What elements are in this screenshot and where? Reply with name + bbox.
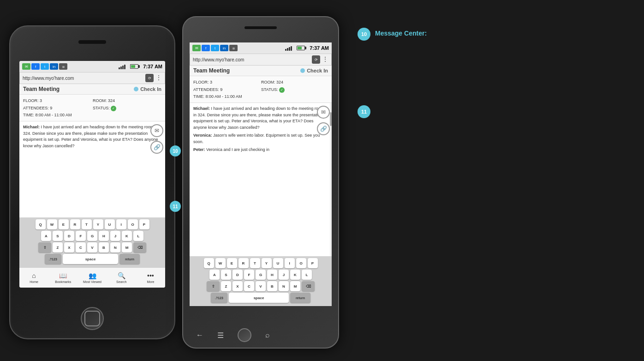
- android-scrollbar: [330, 103, 332, 256]
- key-w[interactable]: W: [47, 219, 57, 229]
- android-menu-btn[interactable]: ⋮: [322, 55, 328, 64]
- android-email-icon[interactable]: ✉: [317, 106, 330, 119]
- android-key-g[interactable]: G: [256, 270, 266, 280]
- android-key-w[interactable]: W: [215, 258, 226, 268]
- android-body: ✉ f t in ⊞: [182, 16, 339, 349]
- android-key-k[interactable]: K: [290, 270, 300, 280]
- key-y[interactable]: Y: [93, 219, 103, 229]
- key-u[interactable]: U: [105, 219, 115, 229]
- iphone-action-icons: ✉ 🔗: [150, 124, 163, 154]
- android-key-v[interactable]: V: [256, 281, 266, 291]
- key-r[interactable]: R: [70, 219, 80, 229]
- android-key-t[interactable]: T: [250, 258, 260, 268]
- android-scroll-thumb[interactable]: [330, 112, 332, 126]
- android-key-j[interactable]: J: [279, 270, 289, 280]
- key-j[interactable]: J: [110, 231, 120, 241]
- key-g[interactable]: G: [87, 231, 97, 241]
- key-delete[interactable]: ⌫: [133, 242, 146, 253]
- key-c[interactable]: C: [76, 242, 86, 253]
- android-key-l[interactable]: L: [302, 270, 312, 280]
- android-sender2: Veronica:: [193, 133, 212, 138]
- twitter-icon: t: [41, 63, 49, 70]
- label-spacer: [358, 50, 565, 105]
- android-key-q[interactable]: Q: [204, 258, 214, 268]
- key-e[interactable]: E: [59, 219, 69, 229]
- iphone-link-icon[interactable]: 🔗: [150, 141, 163, 154]
- android-link-icon[interactable]: 🔗: [317, 122, 330, 135]
- key-b[interactable]: B: [99, 242, 109, 253]
- android-key-x[interactable]: X: [233, 281, 243, 291]
- key-x[interactable]: X: [64, 242, 74, 253]
- android-search-nav-btn[interactable]: ⌕: [265, 331, 270, 339]
- key-f[interactable]: F: [76, 231, 86, 241]
- android-key-r[interactable]: R: [239, 258, 249, 268]
- android-back-btn[interactable]: ←: [196, 331, 203, 339]
- key-s[interactable]: S: [53, 231, 63, 241]
- android-menu-nav-btn[interactable]: ☰: [217, 331, 224, 340]
- key-k[interactable]: K: [122, 231, 132, 241]
- key-z[interactable]: Z: [53, 242, 63, 253]
- key-return[interactable]: return: [119, 254, 140, 264]
- key-a[interactable]: A: [41, 231, 51, 241]
- android-key-s[interactable]: S: [221, 270, 231, 280]
- key-v[interactable]: V: [87, 242, 97, 253]
- iphone-menu-btn[interactable]: ⋮: [155, 74, 162, 82]
- android-key-symbols[interactable]: .?123: [211, 293, 227, 303]
- key-i[interactable]: I: [116, 219, 126, 229]
- android-check-in-label[interactable]: Check In: [307, 68, 328, 73]
- iphone-home-button[interactable]: [81, 307, 104, 330]
- key-t[interactable]: T: [82, 219, 92, 229]
- android-key-shift[interactable]: ⇧: [207, 281, 220, 291]
- iphone-email-icon[interactable]: ✉: [150, 124, 163, 137]
- android-home-btn[interactable]: [238, 328, 251, 342]
- android-key-p[interactable]: P: [308, 258, 318, 268]
- android-key-b[interactable]: B: [267, 281, 277, 291]
- nav-most-viewed[interactable]: 👥 Most Viewed: [78, 272, 107, 283]
- key-shift[interactable]: ⇧: [38, 242, 51, 253]
- android-key-return[interactable]: return: [290, 293, 310, 303]
- iphone-floor: FLOOR: 3: [23, 97, 92, 104]
- key-symbols[interactable]: .?123: [45, 254, 61, 264]
- iphone-meeting-header: Team Meeting Check In: [19, 84, 165, 95]
- android-key-space[interactable]: space: [229, 293, 289, 303]
- android-key-o[interactable]: O: [296, 258, 306, 268]
- iphone-reload-btn[interactable]: ⟳: [145, 74, 154, 82]
- android-key-delete[interactable]: ⌫: [302, 281, 315, 291]
- nav-home[interactable]: ⌂ Home: [19, 272, 48, 283]
- android-key-a[interactable]: A: [209, 270, 220, 280]
- key-o[interactable]: O: [128, 219, 138, 229]
- android-key-n[interactable]: N: [279, 281, 289, 291]
- key-q[interactable]: Q: [36, 219, 46, 229]
- iphone-keyboard-row3: ⇧ Z X C V B N M ⌫: [20, 242, 164, 253]
- key-m[interactable]: M: [122, 242, 132, 253]
- android-key-i[interactable]: I: [285, 258, 295, 268]
- nav-more[interactable]: ••• More: [136, 272, 165, 283]
- android-url-bar[interactable]: http://www.myo'hare.com ⟳ ⋮: [190, 54, 332, 66]
- iphone-message1-text: I have just arrived and am heading down …: [23, 125, 158, 148]
- nav-bookmarks[interactable]: 📖 Bookmarks: [48, 272, 78, 283]
- android-key-y[interactable]: Y: [262, 258, 272, 268]
- android-key-d[interactable]: D: [233, 270, 243, 280]
- android-facebook-icon: f: [202, 45, 210, 51]
- android-key-h[interactable]: H: [267, 270, 277, 280]
- android-reload-btn[interactable]: ⟳: [312, 55, 320, 64]
- iphone-time: 7:37 AM: [143, 64, 162, 69]
- iphone-check-in-label[interactable]: Check In: [140, 86, 161, 92]
- android-nav-buttons: ← ☰ ⌕: [196, 328, 325, 342]
- key-n[interactable]: N: [110, 242, 120, 253]
- android-key-e[interactable]: E: [227, 258, 237, 268]
- iphone-url-bar[interactable]: http://www.myo'hare.com ⟳ ⋮: [19, 72, 165, 84]
- key-p[interactable]: P: [139, 219, 149, 229]
- android-key-m[interactable]: M: [290, 281, 300, 291]
- key-h[interactable]: H: [99, 231, 109, 241]
- key-d[interactable]: D: [64, 231, 74, 241]
- key-space[interactable]: space: [63, 254, 118, 264]
- android-message1: Michael: I have just arrived and am head…: [193, 106, 328, 131]
- android-key-f[interactable]: F: [244, 270, 254, 280]
- nav-search[interactable]: 🔍 Search: [107, 272, 136, 283]
- iphone-body: ✉ f t in ⊞: [9, 25, 175, 339]
- key-l[interactable]: L: [133, 231, 143, 241]
- android-key-z[interactable]: Z: [221, 281, 231, 291]
- android-key-u[interactable]: U: [273, 258, 283, 268]
- android-key-c[interactable]: C: [244, 281, 254, 291]
